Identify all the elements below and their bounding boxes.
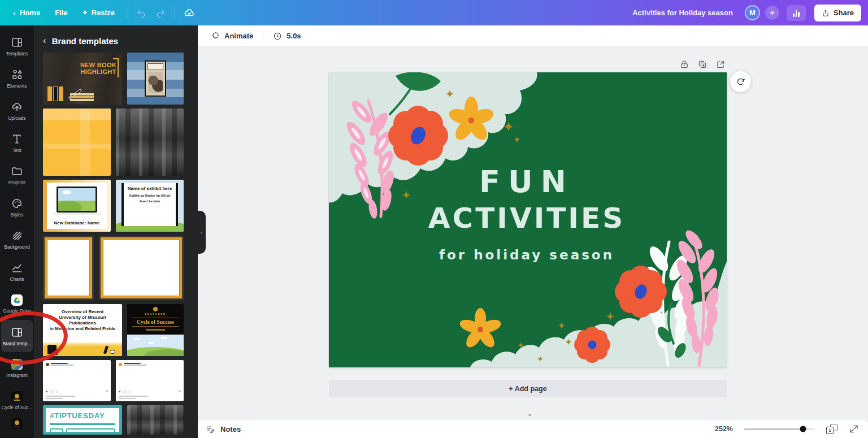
design-subtitle: for holiday season xyxy=(439,248,614,262)
clock-icon xyxy=(273,32,282,41)
pro-star-icon: ✦ xyxy=(83,9,88,16)
back-chevron-icon: ‹ xyxy=(13,8,16,18)
template-new-database[interactable]: New Database: Name xyxy=(43,180,111,232)
uploads-icon xyxy=(11,101,23,113)
brand-templates-panel: ‹ Brand templates NEW BOOK HIGHLIGHT xyxy=(34,25,198,438)
home-button[interactable]: ‹ Home xyxy=(6,0,47,25)
template-instagram-post-1[interactable]: ⋯ ♥ ◯ ▽ ⧉ xyxy=(43,360,111,401)
projects-icon xyxy=(11,165,23,177)
sidebar-item-text[interactable]: Text xyxy=(1,127,33,159)
notes-button[interactable]: Notes xyxy=(206,424,241,434)
insights-button[interactable] xyxy=(787,5,806,21)
regenerate-button[interactable] xyxy=(730,71,751,92)
panel-title: Brand templates xyxy=(52,36,119,46)
orange-flower-top xyxy=(388,106,448,166)
design-title-line1: FUN xyxy=(479,164,574,200)
bottom-bar: Notes 252% 1 xyxy=(198,420,868,438)
design-page[interactable]: FUN ACTIVITIES for holiday season xyxy=(329,72,727,367)
styles-icon xyxy=(11,197,23,210)
template-grid: NEW BOOK HIGHLIGHT xyxy=(34,53,198,435)
divider xyxy=(263,31,263,42)
template-yellow-texture[interactable] xyxy=(43,109,111,176)
template-book-cover[interactable] xyxy=(127,53,184,105)
sidebar-item-google-drive[interactable]: Google Drive xyxy=(1,288,33,320)
template-new-book-highlight[interactable]: NEW BOOK HIGHLIGHT xyxy=(43,53,122,105)
template-gold-frame-landscape[interactable] xyxy=(99,236,184,300)
sidebar-item-uploads[interactable]: Uploads xyxy=(1,94,33,127)
add-page-icon[interactable] xyxy=(715,59,726,70)
brand-templates-icon xyxy=(11,326,23,339)
sidebar-item-instagram[interactable]: M Instagram xyxy=(1,352,33,384)
undo-icon[interactable] xyxy=(132,0,151,25)
elements-icon xyxy=(11,68,23,81)
avatar[interactable]: M xyxy=(745,5,760,20)
design-title-line2: ACTIVITIES xyxy=(428,202,625,235)
sidebar-item-templates[interactable]: Templates xyxy=(1,30,33,62)
panel-collapse-handle[interactable]: ‹ xyxy=(198,211,206,254)
divider xyxy=(175,7,175,19)
google-drive-icon xyxy=(11,294,23,306)
divider xyxy=(127,7,127,19)
refresh-icon xyxy=(735,76,746,87)
sidebar-item-brand-templates[interactable]: Brand temp... xyxy=(1,320,33,352)
sidebar-item-elements[interactable]: Elements xyxy=(1,62,33,94)
instagram-icon: M xyxy=(11,359,23,370)
lock-icon[interactable] xyxy=(679,59,689,70)
template-mizzou-publications[interactable]: Overview of Recent University of Missour… xyxy=(43,304,122,356)
redo-icon[interactable] xyxy=(151,0,170,25)
template-tiptuesday[interactable]: #TIPTUESDAY xyxy=(43,405,122,435)
duplicate-page-icon[interactable] xyxy=(697,59,708,70)
workspace: Animate 5.0s xyxy=(198,25,868,438)
template-dark-texture[interactable] xyxy=(127,405,184,435)
file-menu-button[interactable]: File xyxy=(47,0,75,25)
app-icon xyxy=(11,418,23,429)
zoom-level[interactable]: 252% xyxy=(710,425,733,433)
template-cycle-of-success[interactable]: FEATURED Cycle of Success xyxy=(127,304,184,356)
cloud-save-status-icon xyxy=(180,0,199,25)
template-gold-frame-portrait[interactable] xyxy=(43,236,94,300)
sidebar-item-charts[interactable]: Charts xyxy=(1,255,33,288)
background-icon xyxy=(11,229,23,242)
duration-button[interactable]: 5.0s xyxy=(268,32,306,41)
fullscreen-icon[interactable] xyxy=(849,424,859,434)
panel-back-chevron-icon[interactable]: ‹ xyxy=(43,35,46,46)
template-instagram-post-2[interactable]: ⋯ ♥ ◯ ▽ ⧉ xyxy=(116,360,184,401)
canva-editor: ‹ Home File ✦ Resize Activities fo xyxy=(0,0,868,438)
notes-icon xyxy=(206,424,215,434)
sidebar-item-background[interactable]: Background xyxy=(1,223,33,255)
side-nav: Templates Elements Uploads Text Projects… xyxy=(0,25,34,438)
share-upload-icon xyxy=(822,9,830,17)
animate-button[interactable]: Animate xyxy=(205,31,258,41)
resize-button[interactable]: ✦ Resize xyxy=(75,0,122,25)
share-button[interactable]: Share xyxy=(814,5,861,21)
add-member-button[interactable]: + xyxy=(765,6,779,20)
template-gray-texture[interactable] xyxy=(116,109,184,176)
sidebar-item-cycle-of-success[interactable]: Cycle of Suc... xyxy=(1,384,33,417)
top-bar: ‹ Home File ✦ Resize Activities fo xyxy=(0,0,868,25)
add-page-button[interactable]: + Add page xyxy=(329,380,727,397)
template-exhibit[interactable]: Name of exhibit here Exhibit on Display … xyxy=(116,180,184,232)
animate-icon xyxy=(210,31,220,41)
canvas-toolbar: Animate 5.0s xyxy=(198,25,868,47)
cycle-of-success-icon xyxy=(11,391,23,402)
pages-indicator[interactable]: 1 xyxy=(826,424,837,434)
zoom-slider-handle[interactable] xyxy=(800,426,806,432)
text-icon xyxy=(11,133,23,145)
document-title[interactable]: Activities for Holiday season xyxy=(632,8,733,17)
sidebar-item-projects[interactable]: Projects xyxy=(1,159,33,191)
floral-holiday-design: FUN ACTIVITIES for holiday season xyxy=(329,72,727,367)
sidebar-item-partial[interactable] xyxy=(0,418,34,430)
zoom-slider[interactable] xyxy=(744,428,815,430)
sidebar-item-styles[interactable]: Styles xyxy=(1,191,33,223)
templates-icon xyxy=(11,36,23,49)
charts-icon xyxy=(11,262,23,274)
